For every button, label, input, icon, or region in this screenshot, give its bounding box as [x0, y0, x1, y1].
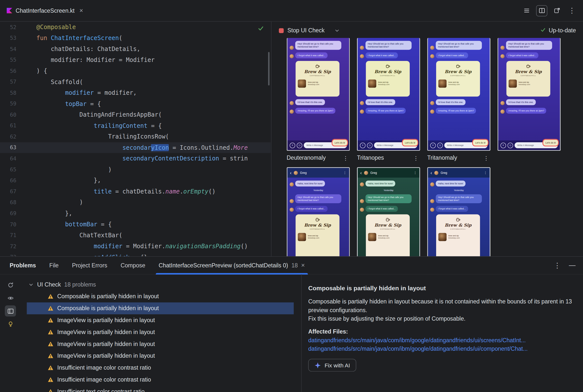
code-line[interactable]: 65 )	[0, 164, 270, 175]
preview-panel-icon[interactable]	[5, 306, 16, 317]
code-line[interactable]: 61 trailingContent = {	[0, 120, 270, 131]
problem-item[interactable]: Composable is partially hidden in layout	[27, 302, 294, 314]
open-in-window-icon[interactable]	[552, 6, 562, 16]
code-line[interactable]: 73 onAddClick = {}	[0, 252, 270, 256]
preview-phone[interactable]: Hey! Should we go to that cafe you menti…	[287, 38, 350, 151]
chat-contact-name: Greg	[300, 171, 307, 174]
code-line[interactable]: 56) {	[0, 66, 270, 76]
code-line[interactable]: 54 chatDetails: ChatDetails,	[0, 44, 270, 54]
problem-group[interactable]: UI Check 18 problems	[28, 279, 301, 290]
code-line[interactable]: 70 bottomBar = {	[0, 219, 270, 230]
code-line[interactable]: 72 modifier = Modifier.navigationBarsPad…	[0, 241, 270, 252]
tab-close-icon[interactable]: ×	[79, 7, 83, 14]
code-line[interactable]: 59 topBar = {	[0, 98, 270, 109]
code-line[interactable]: 71 ChatTextBar(	[0, 230, 270, 241]
code-line[interactable]: 58 modifier = modifier,	[0, 87, 270, 98]
editor-tab[interactable]: ChatInterfaceScreen.kt ×	[0, 0, 88, 21]
inspection-ok-icon[interactable]	[258, 25, 264, 33]
code-line-text: },	[36, 210, 72, 217]
tab-close-icon[interactable]: ×	[301, 262, 305, 269]
refresh-icon[interactable]	[5, 279, 16, 290]
variant-menu-icon[interactable]: ⋮	[413, 155, 420, 161]
minimize-icon[interactable]: —	[569, 262, 575, 270]
problem-item[interactable]: Insufficient image color contrast ratio	[27, 362, 294, 374]
code-line[interactable]: 60 DatingAndFriendsAppBar(	[0, 109, 270, 120]
problem-item-text: Insufficient image color contrast ratio	[57, 376, 151, 383]
add-icon[interactable]: +	[290, 142, 295, 148]
code-editor[interactable]: 52@Composable53fun ChatInterfaceScreen(5…	[0, 22, 270, 256]
chat-message: Hey! Should we go to that cafe you menti…	[360, 41, 417, 50]
code-line[interactable]: 64 secondaryContentDescription = strin	[0, 153, 270, 164]
chat-header: ‹Greg⋮	[358, 168, 419, 178]
code-line[interactable]: 55 modifier: Modifier = Modifier	[0, 54, 270, 66]
preview-phone[interactable]: Hey! Should we go to that cafe you menti…	[427, 38, 490, 151]
problem-item[interactable]: Insufficient image color contrast ratio	[27, 374, 294, 386]
editor-scrollbar[interactable]	[268, 52, 269, 85]
variant-menu-icon[interactable]: ⋮	[483, 155, 490, 161]
chat-menu-icon[interactable]: ⋮	[343, 171, 347, 174]
add-icon[interactable]: +	[430, 142, 436, 148]
card-line1: brew and sip	[378, 234, 390, 237]
affected-file-link[interactable]: datingandfriends/src/main/java/com/ibm/g…	[308, 336, 574, 344]
problem-item[interactable]: ImageView is partially hidden in layout	[27, 350, 294, 362]
code-line[interactable]: 57 Scaffold(	[0, 76, 270, 87]
variant-labels-row: Deuteranomaly⋮Tritanopes⋮Tritanomaly⋮	[287, 154, 491, 161]
chat-menu-icon[interactable]: ⋮	[484, 171, 487, 174]
fix-with-ai-button[interactable]: Fix with AI	[308, 359, 356, 372]
code-line[interactable]: 53fun ChatInterfaceScreen(	[0, 32, 270, 44]
warning-icon	[48, 329, 54, 335]
preview-phone[interactable]: ‹Greg⋮Haha, next time for sure!Yesterday…	[357, 167, 420, 256]
line-number: 57	[0, 79, 23, 85]
chat-menu-icon[interactable]: ⋮	[413, 171, 417, 174]
problems-tab[interactable]: ChatInterfaceScreenPreview (sortedChatDe…	[159, 257, 305, 274]
back-icon[interactable]: ‹	[360, 171, 362, 175]
back-icon[interactable]: ‹	[290, 171, 292, 175]
problems-tab-list: ProblemsFileProject ErrorsComposeChatInt…	[10, 257, 305, 274]
problems-tab[interactable]: Problems	[10, 257, 36, 274]
stop-ui-check-button[interactable]: Stop UI Check	[279, 27, 340, 34]
tab-label: File	[49, 262, 59, 269]
problem-item[interactable]: Insufficient text color contrast ratio	[27, 386, 294, 392]
options-kebab-icon[interactable]: ⋮	[554, 262, 560, 269]
code-line[interactable]: 52@Composable	[0, 22, 270, 32]
code-line[interactable]: 67 title = chatDetails.name.orEmpty()	[0, 186, 270, 197]
add-icon[interactable]: +	[500, 142, 506, 148]
preview-phone[interactable]: ‹Greg⋮Haha, next time for sure!Yesterday…	[427, 167, 490, 256]
emoji-icon[interactable]: ☺	[508, 142, 513, 148]
avatar	[434, 171, 438, 174]
card-subtitle: COFFEE&CHILL	[509, 75, 548, 76]
variant-menu-icon[interactable]: ⋮	[343, 155, 350, 161]
preview-phone[interactable]: Hey! Should we go to that cafe you menti…	[357, 38, 420, 151]
code-line[interactable]: 69 },	[0, 208, 270, 219]
affected-file-link[interactable]: datingandfriends/src/main/java/com/ibm/g…	[308, 344, 574, 353]
more-icon[interactable]: ⋮	[566, 6, 577, 16]
preview-phone[interactable]: Hey! Should we go to that cafe you menti…	[497, 38, 560, 151]
code-line-text: topBar = {	[36, 100, 101, 107]
problem-item[interactable]: ImageView is partially hidden in layout	[27, 314, 294, 326]
chevron-down-icon[interactable]	[334, 28, 340, 33]
problems-tab[interactable]: Project Errors	[72, 257, 107, 274]
eye-icon[interactable]	[5, 292, 16, 304]
problem-item[interactable]: Composable is partially hidden in layout	[27, 290, 294, 302]
split-editor-icon[interactable]	[536, 5, 547, 16]
problems-tab[interactable]: File	[49, 257, 59, 274]
code-line[interactable]: 68 )	[0, 197, 270, 208]
emoji-icon[interactable]: ☺	[297, 142, 302, 148]
back-icon[interactable]: ‹	[431, 171, 432, 175]
avatar	[290, 208, 294, 212]
preview-phone[interactable]: ‹Greg⋮Haha, next time for sure!Yesterday…	[287, 167, 350, 256]
problems-tab[interactable]: Compose	[121, 257, 145, 274]
add-icon[interactable]: +	[360, 142, 365, 148]
problem-item[interactable]: ImageView is partially hidden in layout	[27, 326, 294, 338]
emoji-icon[interactable]: ☺	[437, 142, 443, 148]
code-line-text: Scaffold(	[36, 78, 83, 85]
code-line[interactable]: 62 TrailingIconsRow(	[0, 131, 270, 142]
code-line-text: bottomBar = {	[36, 221, 112, 228]
problem-item[interactable]: ImageView is partially hidden in layout	[27, 338, 294, 350]
lightbulb-icon[interactable]	[5, 318, 16, 330]
code-line[interactable]: 66 },	[0, 175, 270, 186]
emoji-icon[interactable]: ☺	[367, 142, 372, 148]
structure-icon[interactable]	[521, 6, 532, 16]
card-brand: Brew & Sip	[438, 222, 478, 228]
code-line[interactable]: 63 secondaryIcon = Icons.Outlined.More	[0, 142, 270, 153]
